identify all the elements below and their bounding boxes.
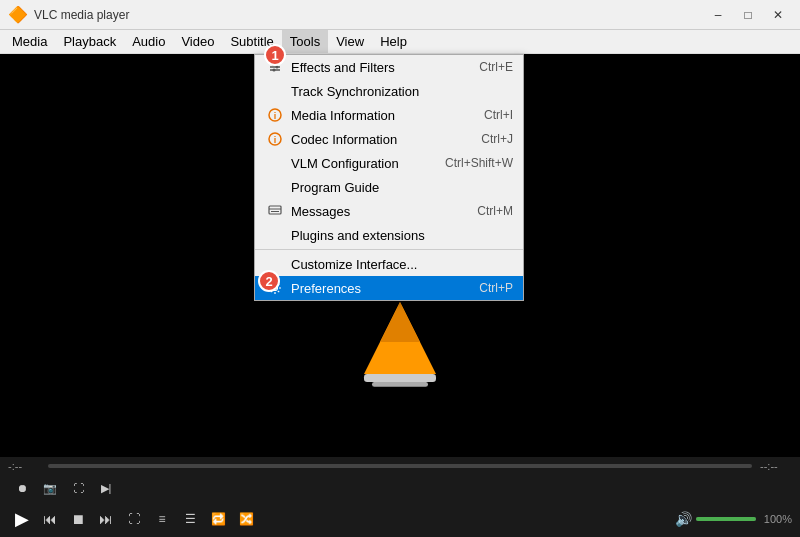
next-frame-button[interactable]: ▶| bbox=[92, 474, 120, 502]
menu-item-customize[interactable]: Customize Interface... bbox=[255, 252, 523, 276]
svg-rect-3 bbox=[372, 382, 428, 387]
extended-button[interactable]: ≡ bbox=[148, 505, 176, 533]
play-button[interactable]: ▶ bbox=[8, 505, 36, 533]
volume-icon: 🔊 bbox=[675, 511, 692, 527]
window-title: VLC media player bbox=[34, 8, 704, 22]
time-total: --:-- bbox=[760, 460, 792, 472]
maximize-button[interactable]: □ bbox=[734, 4, 762, 26]
codec-info-icon: i bbox=[265, 132, 285, 146]
menu-item-program-guide[interactable]: Program Guide bbox=[255, 175, 523, 199]
plugins-label: Plugins and extensions bbox=[291, 228, 493, 243]
messages-shortcut: Ctrl+M bbox=[477, 204, 513, 218]
snapshot-button[interactable]: 📷 bbox=[36, 474, 64, 502]
track-sync-label: Track Synchronization bbox=[291, 84, 493, 99]
codec-info-shortcut: Ctrl+J bbox=[481, 132, 513, 146]
menu-video[interactable]: Video bbox=[173, 30, 222, 53]
menu-audio[interactable]: Audio bbox=[124, 30, 173, 53]
svg-text:i: i bbox=[274, 111, 277, 121]
volume-bar[interactable] bbox=[696, 517, 756, 521]
messages-icon bbox=[265, 204, 285, 218]
minimize-button[interactable]: – bbox=[704, 4, 732, 26]
effects-label: Effects and Filters bbox=[291, 60, 459, 75]
progress-bar[interactable] bbox=[48, 464, 752, 468]
tools-dropdown-menu: Effects and Filters Ctrl+E Track Synchro… bbox=[254, 54, 524, 301]
vlm-shortcut: Ctrl+Shift+W bbox=[445, 156, 513, 170]
media-info-label: Media Information bbox=[291, 108, 464, 123]
volume-controls: 🔊 100% bbox=[675, 511, 792, 527]
messages-label: Messages bbox=[291, 204, 457, 219]
prev-button[interactable]: ⏮ bbox=[36, 505, 64, 533]
fullscreen-small-button[interactable]: ⛶ bbox=[64, 474, 92, 502]
progress-bar-area: -:-- --:-- bbox=[0, 457, 800, 475]
menu-media[interactable]: Media bbox=[4, 30, 55, 53]
svg-text:i: i bbox=[274, 135, 277, 145]
menu-item-vlm[interactable]: VLM Configuration Ctrl+Shift+W bbox=[255, 151, 523, 175]
menu-tools[interactable]: Tools bbox=[282, 30, 328, 53]
loop-button[interactable]: 🔁 bbox=[204, 505, 232, 533]
codec-info-label: Codec Information bbox=[291, 132, 461, 147]
svg-marker-1 bbox=[380, 302, 420, 342]
separator-1 bbox=[255, 249, 523, 250]
app-icon: 🔶 bbox=[8, 5, 28, 24]
secondary-controls: ⏺ 📷 ⛶ ▶| bbox=[0, 475, 800, 501]
customize-label: Customize Interface... bbox=[291, 257, 493, 272]
close-button[interactable]: ✕ bbox=[764, 4, 792, 26]
menu-item-plugins[interactable]: Plugins and extensions bbox=[255, 223, 523, 247]
media-info-shortcut: Ctrl+I bbox=[484, 108, 513, 122]
menu-item-track-sync[interactable]: Track Synchronization bbox=[255, 79, 523, 103]
stop-button[interactable]: ⏹ bbox=[64, 505, 92, 533]
menu-item-effects[interactable]: Effects and Filters Ctrl+E bbox=[255, 55, 523, 79]
vlc-cone-logo bbox=[360, 297, 440, 387]
preferences-label: Preferences bbox=[291, 281, 459, 296]
media-info-icon: i bbox=[265, 108, 285, 122]
frame-record-button[interactable]: ⏺ bbox=[8, 474, 36, 502]
menu-item-preferences[interactable]: Preferences Ctrl+P bbox=[255, 276, 523, 300]
preferences-shortcut: Ctrl+P bbox=[479, 281, 513, 295]
menu-item-media-info[interactable]: i Media Information Ctrl+I bbox=[255, 103, 523, 127]
vlm-label: VLM Configuration bbox=[291, 156, 425, 171]
playlist-button[interactable]: ☰ bbox=[176, 505, 204, 533]
menu-help[interactable]: Help bbox=[372, 30, 415, 53]
step-1-indicator: 1 bbox=[264, 44, 286, 66]
menu-item-codec-info[interactable]: i Codec Information Ctrl+J bbox=[255, 127, 523, 151]
main-controls: ▶ ⏮ ⏹ ⏭ ⛶ ≡ ☰ 🔁 🔀 🔊 100% bbox=[0, 501, 800, 537]
next-button[interactable]: ⏭ bbox=[92, 505, 120, 533]
volume-label: 100% bbox=[764, 513, 792, 525]
svg-rect-2 bbox=[364, 374, 436, 382]
bottom-controls: -:-- --:-- ⏺ 📷 ⛶ ▶| ▶ ⏮ ⏹ ⏭ ⛶ ≡ ☰ 🔁 🔀 🔊 … bbox=[0, 457, 800, 537]
fullscreen-button[interactable]: ⛶ bbox=[120, 505, 148, 533]
menu-playback[interactable]: Playback bbox=[55, 30, 124, 53]
svg-point-9 bbox=[273, 69, 276, 72]
random-button[interactable]: 🔀 bbox=[232, 505, 260, 533]
svg-rect-14 bbox=[269, 206, 281, 214]
effects-shortcut: Ctrl+E bbox=[479, 60, 513, 74]
menu-item-messages[interactable]: Messages Ctrl+M bbox=[255, 199, 523, 223]
volume-fill bbox=[696, 517, 756, 521]
time-elapsed: -:-- bbox=[8, 460, 40, 472]
menu-view[interactable]: View bbox=[328, 30, 372, 53]
svg-line-23 bbox=[278, 291, 279, 292]
menu-bar: Media Playback Audio Video Subtitle Tool… bbox=[0, 30, 800, 54]
program-guide-label: Program Guide bbox=[291, 180, 493, 195]
window-controls: – □ ✕ bbox=[704, 4, 792, 26]
title-bar: 🔶 VLC media player – □ ✕ bbox=[0, 0, 800, 30]
step-2-indicator: 2 bbox=[258, 270, 280, 292]
